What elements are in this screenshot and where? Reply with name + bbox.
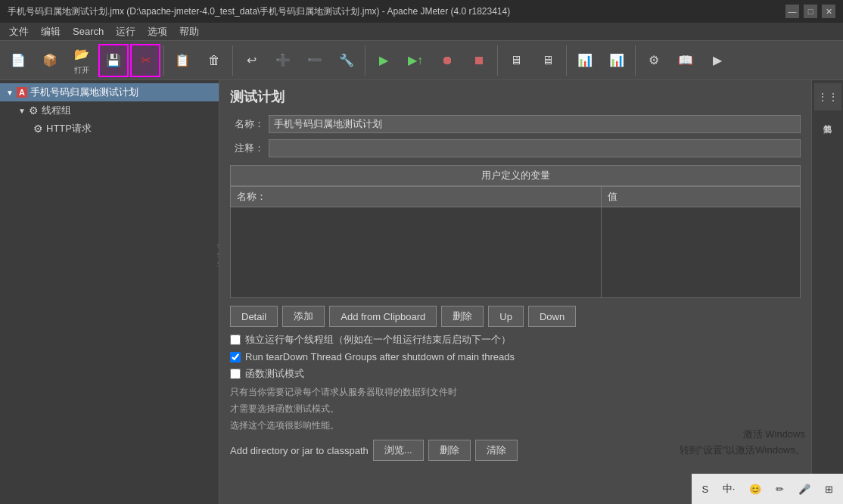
cut-btn[interactable]: ✂ xyxy=(130,44,160,77)
toolbar-sep-3 xyxy=(365,45,366,76)
menu-item-运行[interactable]: 运行 xyxy=(110,23,142,40)
shutdown-icon: ⏹ xyxy=(470,51,488,70)
ime-grid-btn[interactable]: ⊞ xyxy=(820,482,838,496)
win-activate-line2: 转到"设置"以激活Windows。 xyxy=(680,443,805,459)
checkbox3[interactable] xyxy=(230,369,241,379)
minimize-button[interactable]: — xyxy=(785,5,799,18)
right-panel-more-btn[interactable]: ⋮⋮ xyxy=(814,83,841,110)
classpath-delete-button[interactable]: 删除 xyxy=(428,440,471,461)
ime-zh-btn[interactable]: 中· xyxy=(718,481,740,497)
functest-text1: 只有当你需要记录每个请求从服务器取得的数据到文件时 xyxy=(230,385,801,399)
toolbar-sep-1 xyxy=(163,45,164,76)
function-btn[interactable]: 📖 xyxy=(670,44,701,77)
ime-pen-btn[interactable]: ✏ xyxy=(771,482,789,496)
ime-bar: S 中· 😊 ✏ 🎤 ⊞ xyxy=(692,474,843,504)
config-btn[interactable]: 🔧 xyxy=(331,44,362,77)
clear-btn[interactable]: 📊 xyxy=(570,44,600,77)
delete-btn[interactable]: 🗑 xyxy=(199,44,229,77)
tree-label-2: 线程组 xyxy=(42,104,71,117)
clear-all-btn[interactable]: 📊 xyxy=(602,44,632,77)
remove-btn[interactable]: ➖ xyxy=(300,44,330,77)
ime-s-btn[interactable]: S xyxy=(697,482,713,496)
tree-item-test-plan[interactable]: ▼ A 手机号码归属地测试计划 xyxy=(0,83,219,101)
checkbox3-row: 函数测试模式 xyxy=(230,367,801,381)
copy-btn[interactable]: 📋 xyxy=(167,44,198,77)
win-activate: 激活 Windows 转到"设置"以激活Windows。 xyxy=(680,427,805,459)
detail-button[interactable]: Detail xyxy=(230,306,278,327)
maximize-button[interactable]: □ xyxy=(804,5,817,18)
start-no-pauses-btn[interactable]: ▶↑ xyxy=(400,44,431,77)
options-btn[interactable]: ⚙ xyxy=(639,44,669,77)
classpath-clear-button[interactable]: 清除 xyxy=(475,440,518,461)
down-button[interactable]: Down xyxy=(528,306,576,327)
config-icon: 🔧 xyxy=(338,51,356,70)
menu-item-编辑[interactable]: 编辑 xyxy=(35,23,67,40)
name-label: 名称： xyxy=(230,117,264,131)
add-clipboard-button[interactable]: Add from Clipboard xyxy=(329,306,437,327)
action-buttons: Detail 添加 Add from Clipboard 删除 Up Down xyxy=(230,306,801,327)
tree-arrow-2: ▼ xyxy=(18,107,26,115)
name-row: 名称： xyxy=(230,115,801,133)
remote-start-all-btn[interactable]: 🖥 xyxy=(533,44,563,77)
menu-item-文件[interactable]: 文件 xyxy=(3,23,35,40)
clear-all-icon: 📊 xyxy=(608,51,626,70)
cut-icon: ✂ xyxy=(136,51,154,70)
remote-start-icon: 🖥 xyxy=(507,51,525,70)
menu-item-帮助[interactable]: 帮助 xyxy=(173,23,205,40)
remote-start-all-icon: 🖥 xyxy=(539,51,557,70)
add-button[interactable]: 添加 xyxy=(282,306,325,327)
more-icon: ▶ xyxy=(708,51,726,70)
ime-mic-btn[interactable]: 🎤 xyxy=(794,482,815,496)
tree-label-3: HTTP请求 xyxy=(46,122,92,135)
window-controls: — □ ✕ xyxy=(785,5,835,18)
tree: ▼ A 手机号码归属地测试计划 ▼ ⚙ 线程组 ⚙ HTTP请求 xyxy=(0,80,219,141)
resize-handle[interactable]: ⋮ ⋮ ⋮ xyxy=(215,80,219,428)
up-button[interactable]: Up xyxy=(488,306,524,327)
win-activate-line1: 激活 Windows xyxy=(680,427,805,443)
right-panel: ⋮⋮ 其他书签 xyxy=(811,80,843,504)
comment-label: 注释： xyxy=(230,142,264,155)
checkbox1[interactable] xyxy=(230,334,241,345)
window-title: 手机号码归属地测试计划.jmx (D:\apache-jmeter-4.0_te… xyxy=(8,5,785,18)
save-btn[interactable]: 💾 xyxy=(98,44,129,77)
menu-item-Search[interactable]: Search xyxy=(67,24,110,39)
template-btn[interactable]: 📦 xyxy=(35,44,65,77)
panel-title: 测试计划 xyxy=(230,88,801,106)
menu-item-选项[interactable]: 选项 xyxy=(142,23,173,40)
ime-emoji-btn[interactable]: 😊 xyxy=(745,482,766,496)
copy-icon: 📋 xyxy=(173,51,191,70)
checkbox2-row: Run tearDown Thread Groups after shutdow… xyxy=(230,351,801,362)
add-btn[interactable]: ➕ xyxy=(268,44,298,77)
toolbar-sep-6 xyxy=(635,45,636,76)
remove-icon: ➖ xyxy=(306,51,324,70)
comment-row: 注释： xyxy=(230,139,801,157)
tree-item-http-request[interactable]: ⚙ HTTP请求 xyxy=(0,120,219,138)
vars-table: 名称： 值 xyxy=(230,186,801,298)
delete-button[interactable]: 删除 xyxy=(441,306,484,327)
add-icon: ➕ xyxy=(274,51,292,70)
checkbox2[interactable] xyxy=(230,352,241,362)
classpath-browse-button[interactable]: 浏览... xyxy=(373,440,424,461)
open-btn[interactable]: 📂 打开 xyxy=(67,44,97,77)
classpath-label: Add directory or jar to classpath xyxy=(230,445,369,456)
new-btn[interactable]: 📄 xyxy=(3,44,33,77)
toolbar-sep-2 xyxy=(232,45,233,76)
stop-btn[interactable]: ⏺ xyxy=(432,44,462,77)
remote-start-btn[interactable]: 🖥 xyxy=(501,44,531,77)
expand-btn[interactable]: ↩ xyxy=(236,44,266,77)
tree-label-1: 手机号码归属地测试计划 xyxy=(30,86,138,99)
col-value: 值 xyxy=(602,187,801,207)
tree-item-thread-group[interactable]: ▼ ⚙ 线程组 xyxy=(0,101,219,120)
tree-icon-1: A xyxy=(17,87,27,98)
shutdown-btn[interactable]: ⏹ xyxy=(464,44,494,77)
toolbar-sep-4 xyxy=(497,45,498,76)
comment-input[interactable] xyxy=(269,139,801,157)
vars-section: 用户定义的变量 名称： 值 xyxy=(230,165,801,298)
close-button[interactable]: ✕ xyxy=(822,5,835,18)
name-input[interactable] xyxy=(269,115,801,133)
stop-icon: ⏺ xyxy=(438,51,456,70)
start-btn[interactable]: ▶ xyxy=(369,44,399,77)
more-btn[interactable]: ▶ xyxy=(702,44,733,77)
checkbox3-label: 函数测试模式 xyxy=(245,367,304,381)
open-label: 打开 xyxy=(74,65,89,76)
